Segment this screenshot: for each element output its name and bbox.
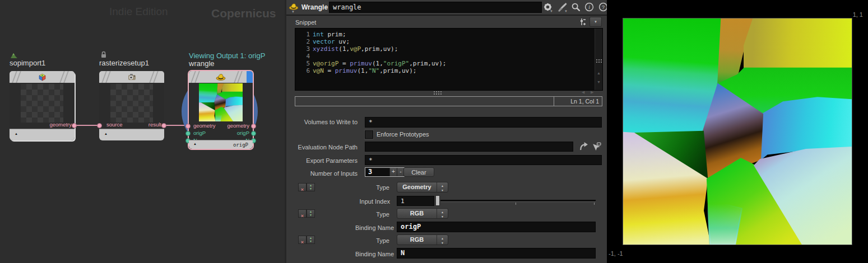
volumes-field[interactable]: * <box>365 117 602 128</box>
type-dropdown-rgb[interactable]: RGB ▲▼ <box>397 208 448 219</box>
viewed-output-tag: origP <box>233 142 248 148</box>
spinner-arrows-icon[interactable]: ▲▼ <box>437 235 448 245</box>
input-index-label: Input Index <box>312 198 390 205</box>
reorder-input-button[interactable]: ▲▼ <box>307 236 315 244</box>
type-dropdown-value: Geometry <box>397 182 437 192</box>
info-icon[interactable]: i <box>584 2 594 12</box>
clear-button[interactable]: Clear <box>403 167 434 177</box>
code-line[interactable]: 1int prim; <box>296 31 593 38</box>
gear-caret-icon[interactable]: ▼ <box>550 10 553 13</box>
code-line[interactable]: 3xyzdist(1,v@P,prim,uv); <box>296 45 593 53</box>
export-parameters-field[interactable]: * <box>365 155 602 165</box>
code-lines[interactable]: 1int prim;2vector uv;3xyzdist(1,v@P,prim… <box>296 31 593 74</box>
node-name-input[interactable] <box>329 2 542 13</box>
port-label-source: source <box>106 121 123 128</box>
node-sopimport1[interactable]: geometry ▲ <box>10 71 75 140</box>
parameter-header: ▼ Wrangle ▼ ▼ i <box>286 0 607 16</box>
origP-visualization-image <box>623 18 852 245</box>
binding-name-field-N[interactable]: N <box>397 248 596 259</box>
uv-corner-bottom-left: -1, -1 <box>609 250 623 257</box>
snippet-label: Snippet <box>295 19 316 26</box>
node-wrangle[interactable]: geometry origP N geometry origP N ▲ orig… <box>188 70 254 150</box>
increment-button[interactable]: + <box>389 168 397 176</box>
node-footer[interactable]: ▲ <box>10 129 75 140</box>
scroll-left-icon[interactable]: ◀ <box>582 90 584 95</box>
display-flag-tab[interactable] <box>247 71 253 83</box>
eval-node-path-field[interactable] <box>365 142 573 152</box>
type-label: Type <box>333 237 389 244</box>
node-footer[interactable]: ▲ origP <box>189 140 253 149</box>
export-parameters-label: Export Parameters <box>286 157 358 164</box>
node-rasterizesetup1[interactable]: source result ▲ <box>99 71 164 140</box>
output-port-dot-geometry[interactable] <box>251 124 256 129</box>
search-icon[interactable] <box>571 2 581 12</box>
composite-viewport[interactable]: 1, 1 -1, -1 <box>607 0 868 263</box>
node-header[interactable] <box>10 71 75 83</box>
enforce-prototypes-checkbox[interactable] <box>365 130 373 139</box>
snippet-menu-dropdown[interactable]: ▼ <box>590 17 602 27</box>
code-line[interactable]: 4 <box>296 53 593 60</box>
eval-node-path-label: Evaluation Node Path <box>286 144 358 151</box>
node-pick-icon[interactable] <box>592 142 601 151</box>
transparency-checker <box>110 84 153 123</box>
code-line[interactable]: 2vector uv; <box>296 38 593 45</box>
parameter-panel: ▼ Wrangle ▼ ▼ i <box>285 0 607 263</box>
op-path-icon[interactable] <box>579 142 588 151</box>
node-type-caret-icon[interactable]: ▼ <box>291 10 295 13</box>
reorder-input-button[interactable]: ▲▼ <box>307 209 315 218</box>
node-title-sopimport1[interactable]: sopimport1 <box>10 59 45 67</box>
port-label-origP-out: origP <box>237 130 249 136</box>
uv-corner-top-right: 1, 1 <box>853 11 863 18</box>
scroll-up-icon[interactable]: ▲ <box>597 71 601 75</box>
enforce-prototypes-label: Enforce Prototypes <box>377 131 429 138</box>
spinner-arrows-icon[interactable]: ▲▼ <box>437 209 448 218</box>
input-port-dot-origP[interactable] <box>185 131 191 136</box>
delete-input-button[interactable]: × <box>298 183 307 191</box>
houdini-copernicus-ui: Indie Edition Copernicus sopimport1 <box>0 0 868 263</box>
geometry-cube-icon <box>38 72 47 82</box>
code-line[interactable]: 6v@N = primuv(1,"N",prim,uv); <box>296 67 593 74</box>
node-header[interactable] <box>189 71 253 83</box>
num-inputs-field[interactable]: 3 <box>365 168 389 176</box>
delete-input-button[interactable]: × <box>298 236 307 244</box>
node-footer[interactable]: ▲ <box>99 129 164 140</box>
output-port-dot-geometry[interactable] <box>72 123 77 128</box>
input-port-dot-source[interactable] <box>97 123 102 128</box>
port-label-geometry-out: geometry <box>227 123 249 129</box>
wrangle-hat-icon <box>216 72 226 81</box>
editor-resize-grip-icon[interactable] <box>433 91 442 96</box>
code-line[interactable]: 5v@origP = primuv(1,"origP",prim,uv); <box>296 60 593 67</box>
editor-scrollbar[interactable]: ▲ ▼ <box>595 29 602 90</box>
scroll-down-icon[interactable]: ▼ <box>597 80 601 84</box>
input-port-dot-geometry[interactable] <box>185 124 191 129</box>
input-index-slider-track[interactable] <box>440 200 596 202</box>
node-title-rasterizesetup1[interactable]: rasterizesetup1 <box>99 59 149 67</box>
copernicus-watermark: Copernicus <box>211 7 276 20</box>
binding-name-field-origP[interactable]: origP <box>397 222 596 232</box>
reorder-input-button[interactable]: ▲▼ <box>307 183 315 191</box>
sop-import-icon <box>10 52 18 59</box>
svg-text:i: i <box>588 4 590 10</box>
node-header[interactable] <box>99 71 164 83</box>
node-type-title: Wrangle <box>301 3 328 11</box>
input-index-slider-handle[interactable] <box>435 195 440 206</box>
port-label-result: result <box>148 121 161 128</box>
num-inputs-group: 3 + - <box>365 167 405 177</box>
input-index-field[interactable]: 1 <box>397 196 434 206</box>
scrollbar-grip-icon[interactable] <box>596 59 602 64</box>
node-title-wrangle[interactable]: wrangle <box>189 59 215 68</box>
output-port-dot-result[interactable] <box>161 123 166 128</box>
network-editor[interactable]: Indie Edition Copernicus sopimport1 <box>0 0 285 263</box>
edit-parameters-icon[interactable] <box>578 17 587 26</box>
binding-name-label: Binding Name <box>312 224 394 231</box>
output-port-dot-origP[interactable] <box>251 131 256 136</box>
vex-code-editor[interactable]: 1int prim;2vector uv;3xyzdist(1,v@P,prim… <box>295 28 603 91</box>
type-dropdown-rgb[interactable]: RGB ▲▼ <box>397 234 448 245</box>
brush-caret-icon[interactable]: ▼ <box>564 10 568 13</box>
transparency-checker <box>21 84 63 123</box>
delete-input-button[interactable]: × <box>298 209 307 218</box>
scroll-right-icon[interactable]: ▶ <box>591 90 593 95</box>
type-dropdown-geometry[interactable]: Geometry ▲▼ <box>397 182 448 192</box>
spinner-arrows-icon[interactable]: ▲▼ <box>437 182 448 192</box>
cursor-position: Ln 1, Col 1 <box>554 97 602 106</box>
